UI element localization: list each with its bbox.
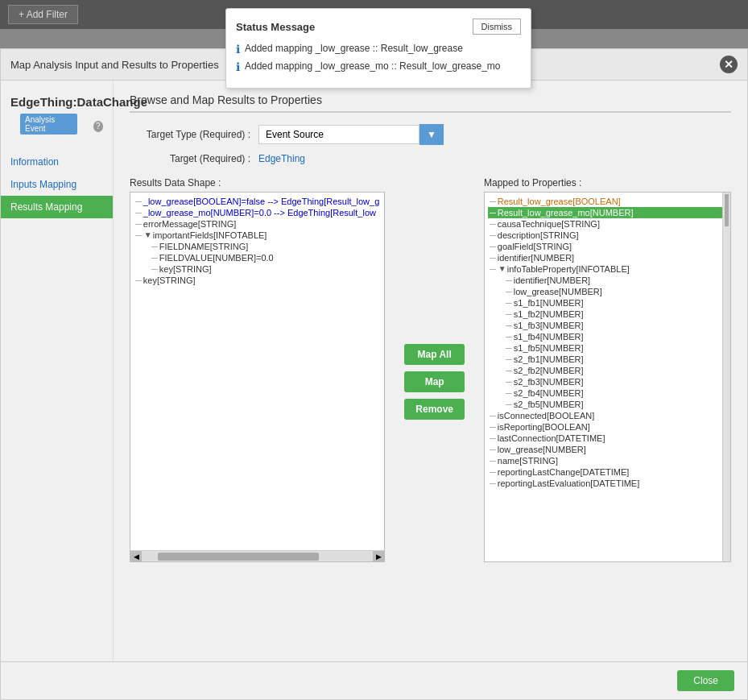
mapped-tree[interactable]: ─ Result_low_grease[BOOLEAN] ─ Result_lo… xyxy=(485,193,730,561)
tree-item[interactable]: ─ isConnected[BOOLEAN] xyxy=(488,410,722,421)
help-icon[interactable]: ? xyxy=(93,121,103,132)
tree-line: ─ xyxy=(490,456,496,466)
scrollbar-thumb xyxy=(158,553,319,561)
sidebar: EdgeThing:DataChange Analysis Event ? In… xyxy=(1,81,114,697)
tree-text: FIELDVALUE[NUMBER]=0.0 xyxy=(159,253,274,263)
target-value: EdgeThing xyxy=(258,153,305,164)
results-data-shape-panel: Results Data Shape : ─ _low_grease[BOOLE… xyxy=(130,177,385,562)
tree-item[interactable]: ─ ▼ infoTableProperty[INFOTABLE] xyxy=(488,263,722,275)
remove-button[interactable]: Remove xyxy=(404,399,465,420)
close-button[interactable]: Close xyxy=(677,670,734,691)
tree-item[interactable]: ─ s1_fb5[NUMBER] xyxy=(488,342,722,354)
tree-line: ─ xyxy=(135,219,142,229)
tree-item[interactable]: ─ s1_fb4[NUMBER] xyxy=(488,331,722,342)
tree-item[interactable]: ─ s2_fb4[NUMBER] xyxy=(488,387,722,399)
tree-line: ─ xyxy=(506,377,512,387)
target-type-dropdown[interactable]: ▼ xyxy=(258,124,444,145)
tree-text: _low_grease_mo[NUMBER]=0.0 --> EdgeThing… xyxy=(143,208,376,217)
tree-item[interactable]: ─ _low_grease[BOOLEAN]=false --> EdgeThi… xyxy=(134,196,381,207)
sidebar-item-inputs-mapping[interactable]: Inputs Mapping xyxy=(1,173,113,196)
main-content: Browse and Map Results to Properties Tar… xyxy=(114,81,747,697)
tree-item[interactable]: ─ reportingLastChange[DATETIME] xyxy=(488,466,722,478)
tree-line: ─ xyxy=(490,433,496,443)
sidebar-item-information[interactable]: Information xyxy=(1,151,113,173)
status-popup-header: Status Message Dismiss xyxy=(236,19,521,35)
status-message-2: ℹ Added mapping _low_grease_mo :: Result… xyxy=(236,60,521,73)
scrollbar-track xyxy=(142,553,373,561)
tree-item[interactable]: ─ low_grease[NUMBER] xyxy=(488,444,722,455)
close-x-button[interactable]: ✕ xyxy=(720,56,738,73)
tree-item[interactable]: ─ s2_fb2[NUMBER] xyxy=(488,365,722,376)
tree-item[interactable]: ─ isReporting[BOOLEAN] xyxy=(488,421,722,433)
results-tree[interactable]: ─ _low_grease[BOOLEAN]=false --> EdgeThi… xyxy=(130,193,384,561)
map-button[interactable]: Map xyxy=(404,371,465,392)
tree-text: isReporting[BOOLEAN] xyxy=(498,422,590,432)
tree-item[interactable]: ─ s1_fb3[NUMBER] xyxy=(488,320,722,331)
tree-line: ─ xyxy=(135,197,142,206)
section-title: Browse and Map Results to Properties xyxy=(130,93,731,113)
tree-item[interactable]: ─ s2_fb1[NUMBER] xyxy=(488,354,722,365)
tree-item[interactable]: ─ FIELDNAME[STRING] xyxy=(134,241,381,252)
mapped-panel-inner: ─ Result_low_grease[BOOLEAN] ─ Result_lo… xyxy=(484,192,731,562)
tree-text: s2_fb5[NUMBER] xyxy=(514,400,584,409)
tree-item[interactable]: ─ key[STRING] xyxy=(134,275,381,286)
target-row: Target (Required) : EdgeThing xyxy=(130,153,731,164)
dismiss-button[interactable]: Dismiss xyxy=(473,19,522,35)
tree-item-highlighted[interactable]: ─ Result_low_grease_mo[NUMBER] xyxy=(488,207,722,218)
tree-line: ─ xyxy=(490,264,496,274)
tree-item[interactable]: ─ low_grease[NUMBER] xyxy=(488,286,722,297)
h-scrollbar[interactable]: ◀ ▶ xyxy=(130,550,384,561)
tree-line: ─ xyxy=(506,366,512,375)
tree-item[interactable]: ─ reportingLastEvaluation[DATETIME] xyxy=(488,478,722,489)
map-all-button[interactable]: Map All xyxy=(404,344,465,365)
tree-text: _low_grease[BOOLEAN]=false --> EdgeThing… xyxy=(143,197,380,206)
tree-line: ─ xyxy=(490,253,496,263)
tree-item[interactable]: ─ s1_fb1[NUMBER] xyxy=(488,297,722,309)
tree-item[interactable]: ─ goalField[STRING] xyxy=(488,241,722,252)
results-panel-label: Results Data Shape : xyxy=(130,177,385,188)
tree-line: ─ xyxy=(135,208,142,217)
tree-text: key[STRING] xyxy=(143,275,196,285)
tree-item[interactable]: ─ identifier[NUMBER] xyxy=(488,252,722,263)
tree-item[interactable]: ─ s2_fb3[NUMBER] xyxy=(488,376,722,387)
tree-line: ─ xyxy=(506,298,512,308)
scroll-left[interactable]: ◀ xyxy=(130,551,142,562)
tree-text: s2_fb1[NUMBER] xyxy=(514,354,584,364)
dialog-footer: Close xyxy=(1,661,747,699)
tree-text: s1_fb3[NUMBER] xyxy=(514,321,584,330)
tree-text: causaTechnique[STRING] xyxy=(498,219,600,229)
status-message-text-2: Added mapping _low_grease_mo :: Result_l… xyxy=(245,60,501,72)
expand-icon[interactable]: ▼ xyxy=(498,264,507,274)
tree-item[interactable]: ─ s2_fb5[NUMBER] xyxy=(488,399,722,410)
tree-text: infoTableProperty[INFOTABLE] xyxy=(507,264,630,274)
tree-item[interactable]: ─ description[STRING] xyxy=(488,230,722,241)
tree-line: ─ xyxy=(135,275,142,285)
v-scrollbar[interactable] xyxy=(722,193,730,561)
tree-item[interactable]: ─ causaTechnique[STRING] xyxy=(488,218,722,230)
target-type-arrow[interactable]: ▼ xyxy=(419,124,444,145)
add-filter-button[interactable]: + Add Filter xyxy=(8,5,78,24)
tree-item[interactable]: ─ s1_fb2[NUMBER] xyxy=(488,309,722,320)
scroll-right[interactable]: ▶ xyxy=(373,551,384,562)
tree-item[interactable]: ─ lastConnection[DATETIME] xyxy=(488,433,722,444)
v-scrollbar-thumb xyxy=(725,194,729,226)
tree-text: s2_fb3[NUMBER] xyxy=(514,377,584,387)
mapped-panel-label: Mapped to Properties : xyxy=(484,177,731,188)
tree-line: ─ xyxy=(490,445,496,454)
tree-item[interactable]: ─ key[STRING] xyxy=(134,263,381,275)
expand-icon[interactable]: ▼ xyxy=(143,230,153,240)
tree-item[interactable]: ─ Result_low_grease[BOOLEAN] xyxy=(488,196,722,207)
tree-item[interactable]: ─ errorMessage[STRING] xyxy=(134,218,381,230)
tree-line: ─ xyxy=(490,467,496,477)
tree-item[interactable]: ─ FIELDVALUE[NUMBER]=0.0 xyxy=(134,252,381,263)
tree-item[interactable]: ─ _low_grease_mo[NUMBER]=0.0 --> EdgeThi… xyxy=(134,207,381,218)
tree-item[interactable]: ─ ▼ importantFields[INFOTABLE] xyxy=(134,230,381,241)
tree-item[interactable]: ─ name[STRING] xyxy=(488,455,722,466)
tree-line: ─ xyxy=(506,309,512,319)
tree-text: name[STRING] xyxy=(498,456,558,466)
tree-item[interactable]: ─ identifier[NUMBER] xyxy=(488,275,722,286)
page-heading: EdgeThing:DataChange xyxy=(1,89,113,112)
target-type-input[interactable] xyxy=(258,125,419,144)
sidebar-item-results-mapping[interactable]: Results Mapping xyxy=(1,196,113,218)
tree-line: ─ xyxy=(490,411,496,420)
